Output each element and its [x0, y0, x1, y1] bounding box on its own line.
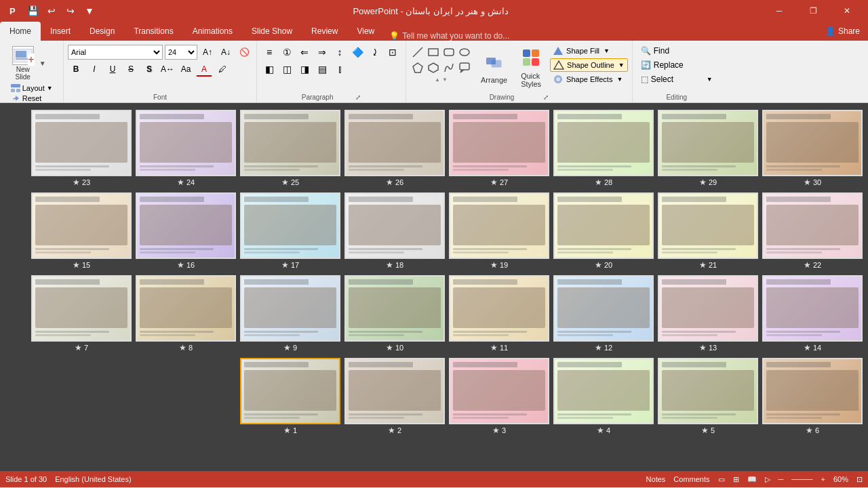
slide-star-21[interactable]: ★ — [699, 260, 707, 270]
zoom-out-button[interactable]: ─ — [778, 475, 784, 483]
char-spacing-button[interactable]: A↔ — [159, 62, 176, 77]
find-button[interactable]: 🔍 Find — [637, 45, 717, 57]
view-slide-sorter-icon[interactable]: ⊞ — [733, 475, 739, 484]
slide-star-2[interactable]: ★ — [388, 426, 395, 435]
underline-button[interactable]: U — [104, 62, 121, 77]
change-case-button[interactable]: Aa — [178, 62, 194, 77]
slide-thumb-10[interactable]: ★10 — [344, 275, 445, 352]
slide-star-25[interactable]: ★ — [281, 178, 289, 187]
slide-star-17[interactable]: ★ — [281, 260, 289, 270]
shape-effects-button[interactable]: Shape Effects ▼ — [550, 73, 628, 85]
font-color-button[interactable]: A — [196, 62, 212, 77]
slide-star-5[interactable]: ★ — [701, 426, 709, 435]
slide-thumb-26[interactable]: ★26 — [344, 110, 445, 187]
slide-thumb-9[interactable]: ★9 — [240, 275, 340, 352]
slide-star-29[interactable]: ★ — [699, 178, 707, 187]
undo-button[interactable]: ↩ — [43, 3, 60, 19]
arrange-button[interactable]: Arrange — [475, 45, 513, 92]
slide-star-7[interactable]: ★ — [75, 343, 82, 352]
slide-star-3[interactable]: ★ — [492, 426, 500, 435]
fit-slide-button[interactable]: ⊡ — [856, 475, 863, 484]
slide-thumb-14[interactable]: ★14 — [762, 275, 863, 352]
slide-thumb-7[interactable]: ★7 — [31, 275, 132, 352]
redo-button[interactable]: ↪ — [62, 3, 79, 19]
slide-thumb-22[interactable]: ★22 — [762, 192, 863, 270]
slide-thumb-15[interactable]: ★15 — [31, 192, 132, 270]
slide-star-16[interactable]: ★ — [177, 260, 184, 270]
slide-thumb-24[interactable]: ★24 — [136, 110, 236, 187]
align-center-button[interactable]: ◫ — [279, 62, 295, 77]
tab-slideshow[interactable]: Slide Show — [242, 22, 302, 41]
clear-formatting-button[interactable]: 🚫 — [236, 45, 252, 60]
slide-star-15[interactable]: ★ — [73, 260, 80, 270]
slide-star-11[interactable]: ★ — [490, 343, 498, 352]
slide-star-8[interactable]: ★ — [179, 343, 186, 352]
align-text-button[interactable]: ⊡ — [384, 45, 401, 60]
align-right-button[interactable]: ◨ — [296, 62, 313, 77]
reset-button[interactable]: Reset — [8, 94, 58, 103]
slide-star-22[interactable]: ★ — [804, 260, 811, 270]
strikethrough-button[interactable]: S — [123, 62, 139, 77]
slide-thumb-21[interactable]: ★21 — [658, 192, 758, 270]
decrease-indent-button[interactable]: ⇐ — [296, 45, 313, 60]
slide-thumb-11[interactable]: ★11 — [449, 275, 549, 352]
slide-star-23[interactable]: ★ — [73, 178, 80, 187]
slide-thumb-4[interactable]: ★4 — [553, 358, 654, 435]
zoom-slider[interactable]: ──── — [791, 475, 812, 483]
paragraph-format-dialog-launcher[interactable]: ⤢ — [355, 94, 361, 101]
slide-star-13[interactable]: ★ — [699, 343, 707, 352]
shape-hexagon[interactable] — [426, 60, 441, 75]
new-slide-button[interactable]: New Slide — [8, 45, 38, 82]
shape-effects-dropdown[interactable]: ▼ — [616, 76, 623, 83]
minimize-button[interactable]: ─ — [764, 0, 795, 22]
shape-callout[interactable] — [457, 60, 472, 75]
text-shadow-button[interactable]: S — [141, 62, 157, 77]
tell-me-bar[interactable]: 💡 — [384, 31, 817, 41]
quick-styles-button[interactable]: QuickStyles — [515, 45, 547, 92]
shape-line[interactable] — [410, 45, 425, 60]
shape-outline-dropdown[interactable]: ▼ — [618, 62, 625, 68]
slide-thumb-17[interactable]: ★17 — [240, 192, 340, 270]
slide-star-26[interactable]: ★ — [386, 178, 393, 187]
slide-thumb-29[interactable]: ★29 — [658, 110, 758, 187]
shape-rounded-rectangle[interactable] — [441, 45, 456, 60]
zoom-in-button[interactable]: + — [821, 475, 825, 483]
slide-thumb-5[interactable]: ★5 — [658, 358, 758, 435]
slide-thumb-20[interactable]: ★20 — [553, 192, 654, 270]
customize-quick-access[interactable]: ▼ — [81, 3, 98, 19]
slide-star-12[interactable]: ★ — [595, 343, 602, 352]
tell-me-input[interactable] — [402, 31, 538, 41]
tab-view[interactable]: View — [347, 22, 384, 41]
shape-pentagon[interactable] — [410, 60, 425, 75]
view-slideshow-icon[interactable]: ▷ — [765, 475, 770, 484]
share-button[interactable]: 👤 Share — [817, 22, 868, 41]
shape-outline-button[interactable]: Shape Outline ▼ — [550, 58, 628, 72]
slide-thumb-8[interactable]: ★8 — [136, 275, 236, 352]
slide-thumb-18[interactable]: ★18 — [344, 192, 445, 270]
convert-smartart-button[interactable]: 🔷 — [349, 45, 366, 60]
slide-thumb-23[interactable]: ★23 — [31, 110, 132, 187]
slide-star-18[interactable]: ★ — [386, 260, 393, 270]
slide-star-24[interactable]: ★ — [177, 178, 184, 187]
decrease-font-size-button[interactable]: A↓ — [218, 45, 234, 60]
slide-thumb-12[interactable]: ★12 — [553, 275, 654, 352]
slide-thumb-2[interactable]: ★2 — [344, 358, 445, 435]
tab-transitions[interactable]: Transitions — [124, 22, 182, 41]
new-slide-dropdown[interactable]: ▼ — [39, 45, 46, 82]
slide-star-10[interactable]: ★ — [386, 343, 393, 352]
comments-button[interactable]: Comments — [673, 475, 709, 483]
increase-indent-button[interactable]: ⇒ — [314, 45, 330, 60]
shape-fill-dropdown[interactable]: ▼ — [604, 47, 610, 54]
slide-star-30[interactable]: ★ — [804, 178, 811, 187]
tab-review[interactable]: Review — [302, 22, 347, 41]
slide-star-6[interactable]: ★ — [806, 426, 813, 435]
tab-home[interactable]: Home — [0, 22, 41, 41]
font-size-select[interactable]: 24 — [165, 45, 197, 60]
view-normal-icon[interactable]: ▭ — [718, 475, 725, 484]
replace-button[interactable]: 🔄 Replace — [637, 59, 717, 71]
layout-button[interactable]: Layout ▼ — [8, 83, 58, 93]
close-button[interactable]: ✕ — [831, 0, 863, 22]
slide-thumb-13[interactable]: ★13 — [658, 275, 758, 352]
save-button[interactable]: 💾 — [24, 3, 41, 19]
numbering-button[interactable]: ① — [279, 45, 295, 60]
